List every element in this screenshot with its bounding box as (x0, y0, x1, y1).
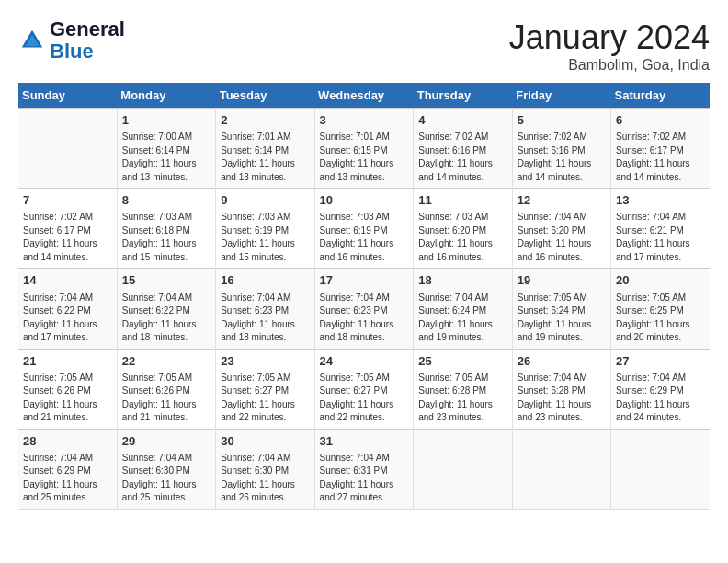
day-info: Sunrise: 7:05 AM Sunset: 6:27 PM Dayligh… (221, 372, 309, 425)
week-row-5: 28Sunrise: 7:04 AM Sunset: 6:29 PM Dayli… (18, 429, 710, 509)
day-info: Sunrise: 7:04 AM Sunset: 6:28 PM Dayligh… (518, 372, 606, 425)
day-number: 8 (122, 192, 210, 209)
calendar-cell: 11Sunrise: 7:03 AM Sunset: 6:20 PM Dayli… (414, 189, 512, 269)
calendar-cell: 23Sunrise: 7:05 AM Sunset: 6:27 PM Dayli… (216, 349, 314, 429)
day-info: Sunrise: 7:04 AM Sunset: 6:30 PM Dayligh… (221, 452, 309, 505)
calendar-cell: 12Sunrise: 7:04 AM Sunset: 6:20 PM Dayli… (512, 189, 610, 269)
calendar-cell: 29Sunrise: 7:04 AM Sunset: 6:30 PM Dayli… (117, 429, 215, 509)
day-info: Sunrise: 7:02 AM Sunset: 6:17 PM Dayligh… (23, 211, 112, 264)
day-info: Sunrise: 7:04 AM Sunset: 6:29 PM Dayligh… (23, 452, 112, 505)
day-number: 18 (418, 272, 506, 289)
day-number: 28 (23, 433, 112, 450)
calendar-cell: 31Sunrise: 7:04 AM Sunset: 6:31 PM Dayli… (314, 429, 414, 509)
day-info: Sunrise: 7:04 AM Sunset: 6:29 PM Dayligh… (616, 372, 705, 425)
calendar-cell: 26Sunrise: 7:04 AM Sunset: 6:28 PM Dayli… (512, 349, 610, 429)
day-number: 5 (518, 112, 606, 129)
day-info: Sunrise: 7:03 AM Sunset: 6:20 PM Dayligh… (418, 211, 506, 264)
day-number: 15 (122, 272, 210, 289)
day-info: Sunrise: 7:04 AM Sunset: 6:23 PM Dayligh… (221, 292, 309, 345)
day-number: 9 (221, 192, 309, 209)
calendar-cell (611, 429, 711, 509)
calendar-cell: 13Sunrise: 7:04 AM Sunset: 6:21 PM Dayli… (611, 189, 711, 269)
day-info: Sunrise: 7:05 AM Sunset: 6:25 PM Dayligh… (616, 292, 705, 345)
weekday-header-monday: Monday (117, 83, 215, 109)
day-info: Sunrise: 7:04 AM Sunset: 6:30 PM Dayligh… (122, 452, 210, 505)
weekday-header-wednesday: Wednesday (314, 83, 414, 109)
calendar-cell: 19Sunrise: 7:05 AM Sunset: 6:24 PM Dayli… (512, 269, 610, 349)
calendar-table: SundayMondayTuesdayWednesdayThursdayFrid… (18, 83, 710, 510)
weekday-header-saturday: Saturday (611, 83, 711, 109)
logo-blue: Blue (50, 40, 94, 63)
calendar-cell: 10Sunrise: 7:03 AM Sunset: 6:19 PM Dayli… (314, 189, 414, 269)
day-number: 6 (616, 112, 705, 129)
weekday-header-sunday: Sunday (18, 83, 117, 109)
weekday-header-friday: Friday (512, 83, 610, 109)
day-number: 16 (221, 272, 309, 289)
logo: General Blue (18, 18, 125, 63)
day-number: 13 (616, 192, 705, 209)
day-info: Sunrise: 7:01 AM Sunset: 6:15 PM Dayligh… (320, 131, 409, 184)
calendar-cell: 22Sunrise: 7:05 AM Sunset: 6:26 PM Dayli… (117, 349, 215, 429)
day-number: 11 (418, 192, 506, 209)
weekday-header-tuesday: Tuesday (216, 83, 314, 109)
logo-general: General (50, 17, 125, 40)
calendar-cell: 6Sunrise: 7:02 AM Sunset: 6:17 PM Daylig… (611, 109, 711, 189)
day-info: Sunrise: 7:04 AM Sunset: 6:22 PM Dayligh… (23, 292, 112, 345)
calendar-cell: 2Sunrise: 7:01 AM Sunset: 6:14 PM Daylig… (216, 109, 314, 189)
day-number: 19 (518, 272, 606, 289)
day-number: 4 (418, 112, 506, 129)
calendar-cell: 21Sunrise: 7:05 AM Sunset: 6:26 PM Dayli… (18, 349, 117, 429)
week-row-4: 21Sunrise: 7:05 AM Sunset: 6:26 PM Dayli… (18, 349, 710, 429)
calendar-cell: 5Sunrise: 7:02 AM Sunset: 6:16 PM Daylig… (512, 109, 610, 189)
day-number: 12 (518, 192, 606, 209)
day-number: 27 (616, 353, 705, 370)
calendar-cell: 25Sunrise: 7:05 AM Sunset: 6:28 PM Dayli… (414, 349, 512, 429)
day-number: 7 (23, 192, 112, 209)
calendar-cell: 1Sunrise: 7:00 AM Sunset: 6:14 PM Daylig… (117, 109, 215, 189)
page-container: General Blue January 2024 Bambolim, Goa,… (18, 18, 710, 510)
calendar-cell (512, 429, 610, 509)
calendar-cell: 27Sunrise: 7:04 AM Sunset: 6:29 PM Dayli… (611, 349, 711, 429)
calendar-cell: 14Sunrise: 7:04 AM Sunset: 6:22 PM Dayli… (18, 269, 117, 349)
day-number: 30 (221, 433, 309, 450)
day-number: 1 (122, 112, 210, 129)
day-number: 29 (122, 433, 210, 450)
day-number: 20 (616, 272, 705, 289)
weekday-header-thursday: Thursday (414, 83, 512, 109)
day-number: 10 (320, 192, 409, 209)
day-number: 24 (320, 353, 409, 370)
day-number: 23 (221, 353, 309, 370)
day-info: Sunrise: 7:05 AM Sunset: 6:28 PM Dayligh… (418, 372, 506, 425)
day-number: 31 (320, 433, 409, 450)
title-block: January 2024 Bambolim, Goa, India (509, 18, 710, 74)
calendar-cell: 17Sunrise: 7:04 AM Sunset: 6:23 PM Dayli… (314, 269, 414, 349)
week-row-1: 1Sunrise: 7:00 AM Sunset: 6:14 PM Daylig… (18, 109, 710, 189)
day-info: Sunrise: 7:02 AM Sunset: 6:16 PM Dayligh… (518, 131, 606, 184)
day-number: 3 (320, 112, 409, 129)
day-info: Sunrise: 7:00 AM Sunset: 6:14 PM Dayligh… (122, 131, 210, 184)
calendar-cell (18, 109, 117, 189)
day-info: Sunrise: 7:04 AM Sunset: 6:31 PM Dayligh… (320, 452, 409, 505)
day-number: 22 (122, 353, 210, 370)
day-number: 25 (418, 353, 506, 370)
logo-text: General Blue (50, 18, 125, 63)
calendar-cell: 24Sunrise: 7:05 AM Sunset: 6:27 PM Dayli… (314, 349, 414, 429)
day-number: 26 (518, 353, 606, 370)
logo-icon (18, 27, 46, 54)
day-info: Sunrise: 7:02 AM Sunset: 6:16 PM Dayligh… (418, 131, 506, 184)
calendar-cell: 7Sunrise: 7:02 AM Sunset: 6:17 PM Daylig… (18, 189, 117, 269)
day-number: 14 (23, 272, 112, 289)
calendar-cell (414, 429, 512, 509)
calendar-cell: 9Sunrise: 7:03 AM Sunset: 6:19 PM Daylig… (216, 189, 314, 269)
day-info: Sunrise: 7:03 AM Sunset: 6:19 PM Dayligh… (221, 211, 309, 264)
calendar-cell: 30Sunrise: 7:04 AM Sunset: 6:30 PM Dayli… (216, 429, 314, 509)
day-info: Sunrise: 7:05 AM Sunset: 6:27 PM Dayligh… (320, 372, 409, 425)
header: General Blue January 2024 Bambolim, Goa,… (18, 18, 710, 74)
day-info: Sunrise: 7:04 AM Sunset: 6:20 PM Dayligh… (518, 211, 606, 264)
day-info: Sunrise: 7:01 AM Sunset: 6:14 PM Dayligh… (221, 131, 309, 184)
day-info: Sunrise: 7:02 AM Sunset: 6:17 PM Dayligh… (616, 131, 705, 184)
day-info: Sunrise: 7:05 AM Sunset: 6:26 PM Dayligh… (23, 372, 112, 425)
day-number: 2 (221, 112, 309, 129)
day-info: Sunrise: 7:05 AM Sunset: 6:26 PM Dayligh… (122, 372, 210, 425)
day-info: Sunrise: 7:05 AM Sunset: 6:24 PM Dayligh… (518, 292, 606, 345)
